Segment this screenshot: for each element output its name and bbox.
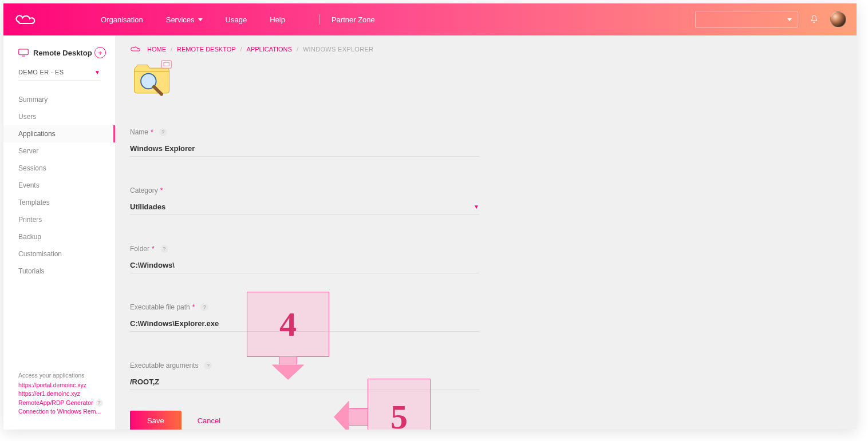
monitor-icon [18,49,29,57]
logo[interactable] [14,11,38,27]
tenant-selector[interactable]: DEMO ER - ES ▼ [3,69,115,78]
sidebar-title: Remote Desktop [33,49,92,57]
required-marker: * [160,186,163,194]
required-marker: * [152,245,155,253]
nav-usage[interactable]: Usage [226,15,247,24]
chevron-down-icon [198,18,203,21]
sidebar-item-applications[interactable]: Applications [3,125,115,142]
topbar-right [695,11,846,28]
sidebar-link-connection[interactable]: Connection to Windows Rem... [18,407,105,416]
field-exe-label: Executable file path [130,303,190,311]
main-content: HOME / REMOTE DESKTOP / APPLICATIONS / W… [115,35,857,430]
required-marker: * [192,303,195,311]
svg-rect-2 [161,61,171,68]
breadcrumb: HOME / REMOTE DESKTOP / APPLICATIONS / W… [130,46,842,53]
field-name-label: Name [130,128,148,136]
bell-icon[interactable] [810,15,819,24]
nav-partner-zone[interactable]: Partner Zone [332,15,375,24]
chevron-down-icon [787,18,792,21]
help-icon[interactable]: ? [204,361,212,370]
nav-help[interactable]: Help [270,15,285,24]
sidebar-item-events[interactable]: Events [3,177,115,194]
field-folder-label: Folder [130,245,149,253]
field-category: Category * Utilidades ▼ [130,186,479,215]
sidebar-item-tutorials[interactable]: Tutorials [3,263,115,280]
folder-input[interactable] [130,259,479,273]
sidebar-item-templates[interactable]: Templates [3,194,115,211]
crumb-home[interactable]: HOME [147,46,166,53]
svg-rect-0 [19,49,29,55]
field-folder: Folder * ? [130,245,479,273]
chevron-down-icon: ▼ [94,69,100,76]
crumb-applications[interactable]: APPLICATIONS [247,46,292,53]
sidebar-link-portal[interactable]: https://portal.demoinc.xyz [18,381,105,390]
application-icon [130,58,173,102]
cloud-logo-icon [14,11,38,27]
tenant-name: DEMO ER - ES [18,69,64,76]
topbar: Organisation Services Usage Help Partner… [3,3,857,35]
field-exe-path: Executable file path * ? [130,303,479,332]
help-icon[interactable]: ? [159,128,167,136]
add-button[interactable]: + [94,47,106,58]
sidebar-item-customisation[interactable]: Customisation [3,245,115,263]
crumb-remote-desktop[interactable]: REMOTE DESKTOP [177,46,235,53]
cancel-button[interactable]: Cancel [198,416,220,425]
chevron-down-icon: ▼ [474,204,479,210]
sidebar-item-server[interactable]: Server [3,142,115,160]
nav-organisation[interactable]: Organisation [101,15,143,24]
name-input[interactable] [130,142,479,157]
sidebar-item-printers[interactable]: Printers [3,211,115,228]
topbar-dropdown[interactable] [695,11,798,28]
cloud-icon [130,46,140,53]
nav-divider [319,14,320,25]
sidebar-item-backup[interactable]: Backup [3,228,115,245]
required-marker: * [151,128,153,136]
divider [18,80,100,81]
body: Remote Desktop + DEMO ER - ES ▼ Summary … [3,35,857,430]
sidebar-item-summary[interactable]: Summary [3,91,115,108]
sidebar-item-sessions[interactable]: Sessions [3,160,115,177]
category-select[interactable]: Utilidades ▼ [130,200,479,215]
sidebar: Remote Desktop + DEMO ER - ES ▼ Summary … [3,35,115,430]
field-exe-args: Executable arguments ? [130,361,479,390]
field-args-label: Executable arguments [130,361,198,370]
sidebar-footer: Access your applications https://portal.… [3,371,115,424]
sidebar-header: Remote Desktop + [3,47,115,69]
sidebar-link-rdp[interactable]: RemoteApp/RDP Generator [18,399,93,407]
crumb-current: WINDOWS EXPLORER [303,46,373,53]
help-icon[interactable]: ? [200,303,208,311]
category-value: Utilidades [130,202,165,211]
save-button[interactable]: Save [130,411,182,430]
button-row: Save Cancel [130,411,842,430]
help-icon[interactable]: ? [160,245,168,253]
nav-services[interactable]: Services [166,15,203,24]
field-name: Name * ? [130,128,479,157]
app-root: Organisation Services Usage Help Partner… [3,3,857,430]
folder-search-icon [130,58,173,102]
sidebar-link-er1[interactable]: https://er1.demoinc.xyz [18,390,105,398]
sidebar-item-users[interactable]: Users [3,108,115,125]
help-icon[interactable]: ? [96,399,103,407]
exe-path-input[interactable] [130,317,479,332]
sidebar-footer-heading: Access your applications [18,371,105,380]
exe-args-input[interactable] [130,375,479,390]
nav-services-label: Services [166,15,195,24]
field-category-label: Category [130,186,158,194]
avatar[interactable] [830,11,846,27]
